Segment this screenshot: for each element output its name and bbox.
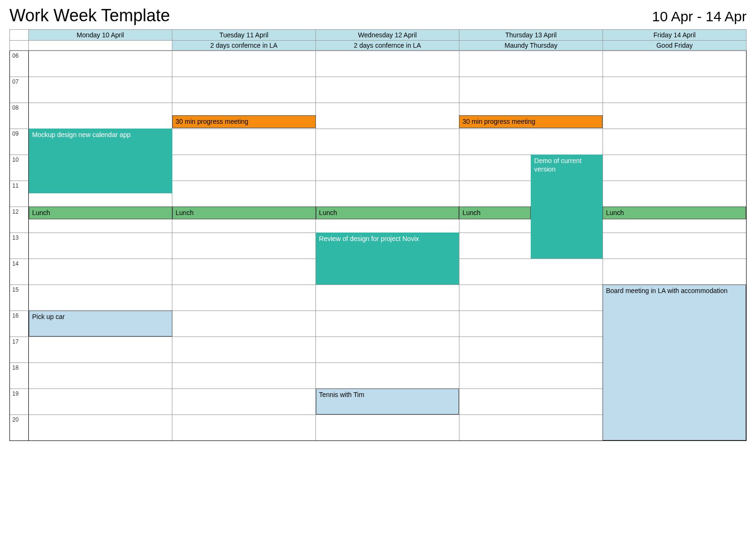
hour-label: 17 bbox=[10, 337, 29, 362]
grid-cell[interactable] bbox=[172, 311, 316, 337]
grid-cell[interactable] bbox=[603, 155, 746, 181]
event-lunch-mon[interactable]: Lunch bbox=[29, 207, 172, 219]
grid-cell[interactable] bbox=[172, 51, 316, 77]
grid-cell[interactable] bbox=[172, 233, 316, 259]
grid-cell[interactable] bbox=[603, 233, 746, 259]
grid-cell[interactable] bbox=[459, 362, 603, 388]
grid-cell[interactable] bbox=[459, 77, 603, 103]
event-progress-tue[interactable]: 30 min progress meeting bbox=[172, 115, 316, 128]
event-board[interactable]: Board meeting in LA with accommodation bbox=[603, 285, 746, 440]
day-header-tue[interactable]: Tuesday 11 April bbox=[172, 30, 316, 41]
grid-cell[interactable] bbox=[459, 259, 603, 285]
grid-cell[interactable] bbox=[316, 103, 459, 129]
event-label: Lunch bbox=[319, 209, 337, 216]
grid-cell[interactable] bbox=[603, 103, 746, 129]
day-header-row: Monday 10 April Tuesday 11 April Wednesd… bbox=[10, 30, 747, 41]
grid-cell[interactable] bbox=[316, 337, 459, 362]
event-label: Lunch bbox=[176, 209, 194, 216]
grid-cell[interactable] bbox=[603, 51, 746, 77]
grid-cell[interactable] bbox=[172, 259, 316, 285]
grid-cell[interactable] bbox=[316, 155, 459, 181]
event-lunch-wed[interactable]: Lunch bbox=[316, 207, 459, 219]
grid-cell[interactable] bbox=[459, 285, 603, 311]
grid-cell[interactable] bbox=[459, 51, 603, 77]
day-header-thu[interactable]: Thursday 13 April bbox=[459, 30, 603, 41]
grid-cell[interactable] bbox=[459, 129, 603, 155]
hour-row-06: 06 bbox=[10, 51, 746, 77]
event-label: Pick up car bbox=[32, 313, 65, 320]
hour-label: 19 bbox=[10, 388, 29, 414]
grid-cell[interactable] bbox=[29, 103, 172, 129]
time-col-header bbox=[10, 30, 29, 41]
day-header-wed[interactable]: Wednesday 12 April bbox=[316, 30, 459, 41]
event-demo[interactable]: Demo of current version bbox=[531, 155, 603, 259]
grid-cell[interactable] bbox=[603, 77, 746, 103]
hour-label: 11 bbox=[10, 181, 29, 207]
allday-row: 2 days confernce in LA 2 days confernce … bbox=[10, 41, 747, 51]
grid-cell[interactable] bbox=[459, 337, 603, 362]
hour-label: 06 bbox=[10, 51, 29, 77]
grid-cell[interactable] bbox=[29, 388, 172, 414]
grid-cell[interactable] bbox=[172, 388, 316, 414]
calendar-grid: 060708091011121314151617181920 Mockup de… bbox=[9, 51, 747, 441]
grid-cell[interactable] bbox=[603, 129, 746, 155]
grid-cell[interactable] bbox=[172, 181, 316, 207]
event-pickup[interactable]: Pick up car bbox=[29, 311, 172, 337]
grid-cell[interactable] bbox=[316, 129, 459, 155]
grid-cell[interactable] bbox=[172, 414, 316, 440]
page-title: Work Week Template bbox=[9, 6, 170, 26]
date-range: 10 Apr - 14 Apr bbox=[652, 9, 747, 25]
grid-cell[interactable] bbox=[316, 362, 459, 388]
grid-cell[interactable] bbox=[316, 285, 459, 311]
grid-cell[interactable] bbox=[316, 181, 459, 207]
hour-label: 09 bbox=[10, 129, 29, 155]
grid-cell[interactable] bbox=[29, 233, 172, 259]
grid-cell[interactable] bbox=[29, 259, 172, 285]
hour-label: 18 bbox=[10, 362, 29, 388]
grid-cell[interactable] bbox=[172, 285, 316, 311]
grid-cell[interactable] bbox=[29, 362, 172, 388]
hour-row-07: 07 bbox=[10, 77, 746, 103]
event-progress-thu[interactable]: 30 min progress meeting bbox=[459, 115, 603, 128]
event-lunch-thu[interactable]: Lunch bbox=[459, 207, 531, 219]
event-review[interactable]: Review of design for project Novix bbox=[316, 233, 459, 285]
allday-fri[interactable]: Good Friday bbox=[603, 41, 747, 51]
event-lunch-fri[interactable]: Lunch bbox=[603, 207, 746, 219]
allday-tue[interactable]: 2 days confernce in LA bbox=[172, 41, 316, 51]
day-header-fri[interactable]: Friday 14 April bbox=[603, 30, 747, 41]
grid-cell[interactable] bbox=[459, 388, 603, 414]
grid-cell[interactable] bbox=[172, 362, 316, 388]
grid-cell[interactable] bbox=[29, 77, 172, 103]
grid-cell[interactable] bbox=[459, 414, 603, 440]
event-tennis[interactable]: Tennis with Tim bbox=[316, 388, 459, 414]
grid-cell[interactable] bbox=[316, 414, 459, 440]
allday-wed[interactable]: 2 days confernce in LA bbox=[316, 41, 459, 51]
hour-label: 08 bbox=[10, 103, 29, 129]
event-label: Mockup design new calendar app bbox=[32, 131, 131, 138]
grid-cell[interactable] bbox=[316, 51, 459, 77]
event-label: 30 min progress meeting bbox=[176, 118, 248, 125]
grid-cell[interactable] bbox=[316, 77, 459, 103]
allday-mon[interactable] bbox=[29, 41, 172, 51]
hour-row-08: 08 bbox=[10, 103, 746, 129]
grid-cell[interactable] bbox=[29, 337, 172, 362]
hour-label: 10 bbox=[10, 155, 29, 181]
event-mockup[interactable]: Mockup design new calendar app bbox=[29, 129, 172, 193]
grid-cell[interactable] bbox=[459, 311, 603, 337]
grid-cell[interactable] bbox=[172, 129, 316, 155]
hour-label: 14 bbox=[10, 259, 29, 285]
day-header-mon[interactable]: Monday 10 April bbox=[29, 30, 172, 41]
grid-cell[interactable] bbox=[29, 285, 172, 311]
event-label: Lunch bbox=[462, 209, 480, 216]
grid-cell[interactable] bbox=[172, 77, 316, 103]
grid-cell[interactable] bbox=[29, 414, 172, 440]
grid-cell[interactable] bbox=[172, 155, 316, 181]
grid-cell[interactable] bbox=[603, 181, 746, 207]
grid-cell[interactable] bbox=[603, 259, 746, 285]
allday-thu[interactable]: Maundy Thursday bbox=[459, 41, 603, 51]
grid-cell[interactable] bbox=[316, 311, 459, 337]
event-label: Lunch bbox=[32, 209, 50, 216]
event-lunch-tue[interactable]: Lunch bbox=[172, 207, 316, 219]
grid-cell[interactable] bbox=[172, 337, 316, 362]
grid-cell[interactable] bbox=[29, 51, 172, 77]
